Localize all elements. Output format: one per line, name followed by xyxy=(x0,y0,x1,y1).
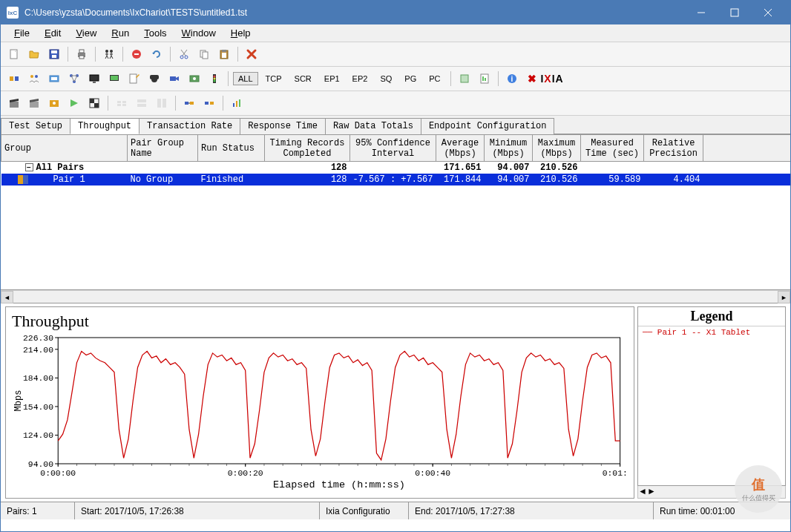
menu-view[interactable]: View xyxy=(68,26,104,40)
link-icon[interactable] xyxy=(180,94,198,112)
iptv-icon[interactable] xyxy=(186,70,203,88)
svg-rect-52 xyxy=(30,102,39,108)
svg-text:0:00:40: 0:00:40 xyxy=(415,469,450,478)
svg-rect-59 xyxy=(122,101,126,103)
refresh-icon[interactable] xyxy=(148,45,165,63)
tab-endpoint-configuration[interactable]: Endpoint Configuration xyxy=(421,118,554,134)
menu-tools[interactable]: Tools xyxy=(137,26,174,40)
minimize-button[interactable] xyxy=(684,1,718,24)
col-time[interactable]: Measured Time (sec) xyxy=(581,135,644,162)
flag-icon[interactable] xyxy=(85,94,103,112)
menu-edit[interactable]: Edit xyxy=(37,26,68,40)
col-status[interactable]: Run Status xyxy=(198,135,265,162)
svg-rect-63 xyxy=(137,104,146,107)
users-icon[interactable] xyxy=(25,70,43,88)
menu-run[interactable]: Run xyxy=(104,26,137,40)
tab-test-setup[interactable]: Test Setup xyxy=(1,118,70,134)
cell-min: 94.007 xyxy=(485,174,533,185)
endpoint-icon[interactable] xyxy=(45,70,63,88)
cut-icon[interactable] xyxy=(175,45,193,63)
action-icon[interactable] xyxy=(65,94,83,112)
voip-icon[interactable] xyxy=(145,70,163,88)
col-prec[interactable]: Relative Precision xyxy=(644,135,703,162)
svg-text:124.00: 124.00 xyxy=(23,432,53,441)
filter-tcp-button[interactable]: TCP xyxy=(260,72,287,85)
scene-icon[interactable] xyxy=(45,94,63,112)
collapse-icon[interactable]: − xyxy=(25,163,33,171)
group1-icon[interactable] xyxy=(113,94,131,112)
maximize-button[interactable] xyxy=(718,1,751,24)
report-icon[interactable] xyxy=(476,70,493,88)
filter-pg-button[interactable]: PG xyxy=(399,72,421,85)
chart-icon[interactable] xyxy=(228,94,246,112)
menu-help[interactable]: Help xyxy=(223,26,258,40)
network-icon[interactable] xyxy=(65,70,83,88)
filter-pc-button[interactable]: PC xyxy=(424,72,445,85)
col-avg[interactable]: Average (Mbps) xyxy=(436,135,485,162)
col-max[interactable]: Maximum (Mbps) xyxy=(533,135,581,162)
svg-point-15 xyxy=(180,56,183,59)
scroll-left-icon[interactable]: ◄ xyxy=(638,486,647,498)
print-icon[interactable] xyxy=(73,45,91,63)
unlink-icon[interactable] xyxy=(200,94,218,112)
col-timing[interactable]: Timing Records Completed xyxy=(265,135,350,162)
table-row[interactable]: Pair 1 No Group Finished 128 -7.567 : +7… xyxy=(1,174,791,185)
close-button[interactable] xyxy=(751,1,784,24)
save-icon[interactable] xyxy=(45,45,63,63)
delete-icon[interactable] xyxy=(243,45,260,63)
cell-max: 210.526 xyxy=(533,174,581,185)
cell-timing: 128 xyxy=(265,174,350,185)
filter-ep2-button[interactable]: EP2 xyxy=(347,72,373,85)
export-icon[interactable] xyxy=(456,70,473,88)
menu-window[interactable]: Window xyxy=(174,26,223,40)
svg-point-11 xyxy=(105,50,108,53)
copy-icon[interactable] xyxy=(195,45,213,63)
table-hscrollbar[interactable]: ◄ ► xyxy=(1,290,790,303)
scroll-right-icon[interactable]: ► xyxy=(647,486,656,498)
svg-point-27 xyxy=(35,75,38,78)
paste-icon[interactable] xyxy=(215,45,233,63)
clapper2-icon[interactable] xyxy=(25,94,43,112)
filter-sq-button[interactable]: SQ xyxy=(375,72,397,85)
stop-icon[interactable] xyxy=(128,45,145,63)
svg-rect-62 xyxy=(137,99,146,102)
open-icon[interactable] xyxy=(25,45,43,63)
filter-scr-button[interactable]: SCR xyxy=(289,72,317,85)
col-pairgroup[interactable]: Pair Group Name xyxy=(128,135,198,162)
filter-ep1-button[interactable]: EP1 xyxy=(319,72,345,85)
tab-response-time[interactable]: Response Time xyxy=(240,118,326,134)
chart-area: Throughput 226.30214.00184.00154.00124.0… xyxy=(1,303,790,502)
cell-status: Finished xyxy=(198,174,265,185)
monitor-icon[interactable] xyxy=(85,70,103,88)
run-icon[interactable] xyxy=(100,45,118,63)
tab-row: Test Setup Throughput Transaction Rate R… xyxy=(1,116,790,134)
tab-throughput[interactable]: Throughput xyxy=(70,118,140,134)
svg-rect-29 xyxy=(51,77,57,80)
scroll-left-icon[interactable]: ◄ xyxy=(1,291,13,303)
group2-icon[interactable] xyxy=(133,94,151,112)
cell-prec: 4.404 xyxy=(644,174,703,185)
legend-item[interactable]: ── Pair 1 -- X1 Tablet xyxy=(638,326,785,338)
edit-script-icon[interactable] xyxy=(125,70,143,88)
table-header-row: Group Pair Group Name Run Status Timing … xyxy=(1,135,791,162)
traffic-icon[interactable] xyxy=(206,70,223,88)
tab-raw-data-totals[interactable]: Raw Data Totals xyxy=(325,118,421,134)
video-icon[interactable] xyxy=(165,70,183,88)
summary-row[interactable]: −All Pairs 128 171.651 94.007 210.526 xyxy=(1,162,791,174)
col-min[interactable]: Minimum (Mbps) xyxy=(485,135,533,162)
col-conf[interactable]: 95% Confidence Interval xyxy=(350,135,436,162)
script-icon[interactable] xyxy=(105,70,123,88)
cell-conf: -7.567 : +7.567 xyxy=(350,174,436,185)
svg-point-16 xyxy=(185,56,188,59)
tab-transaction-rate[interactable]: Transaction Rate xyxy=(139,118,240,134)
pair-icon[interactable] xyxy=(5,70,23,88)
throughput-chart: 226.30214.00184.00154.00124.0094.000:00:… xyxy=(12,334,628,490)
clapper-icon[interactable] xyxy=(5,94,23,112)
col-group[interactable]: Group xyxy=(1,135,128,162)
new-icon[interactable] xyxy=(5,45,23,63)
filter-all-button[interactable]: ALL xyxy=(233,72,258,85)
info-icon[interactable]: i xyxy=(503,70,521,88)
menu-file[interactable]: File xyxy=(7,26,37,40)
scroll-right-icon[interactable]: ► xyxy=(778,291,790,303)
group3-icon[interactable] xyxy=(153,94,171,112)
